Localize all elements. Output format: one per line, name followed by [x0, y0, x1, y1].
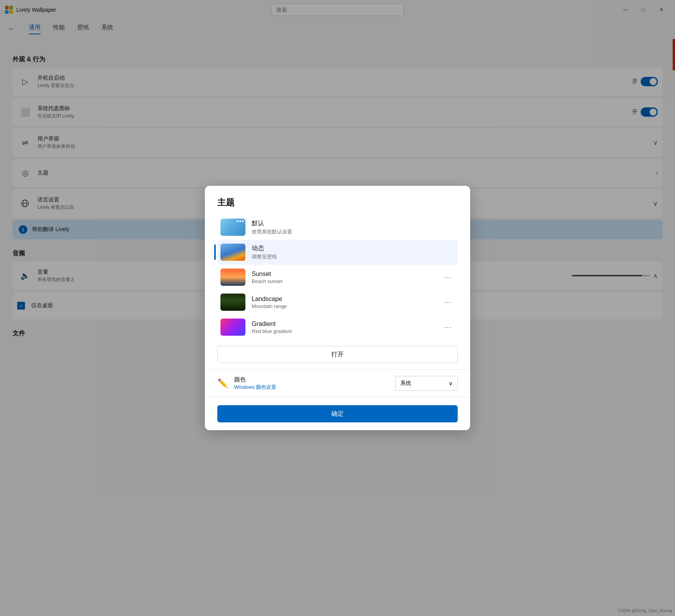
modal-body: 默认 使用系统默认设置 动态 调整至壁纸 S [205, 215, 470, 340]
theme-thumb-gradient [220, 319, 245, 336]
theme-more-gradient[interactable]: ··· [441, 322, 455, 333]
theme-name-gradient: Gradient [252, 320, 435, 328]
theme-thumb-landscape [220, 294, 245, 311]
theme-item-gradient[interactable]: Gradient Red blue gradient ··· [217, 315, 458, 340]
color-select-arrow: ∨ [449, 380, 453, 386]
color-icon: ✏️ [217, 378, 228, 388]
theme-desc-default: 使用系统默认设置 [252, 228, 455, 235]
theme-thumb-dynamic [220, 244, 245, 261]
modal-title: 主题 [217, 197, 458, 208]
theme-desc-gradient: Red blue gradient [252, 328, 435, 334]
theme-item-dynamic[interactable]: 动态 调整至壁纸 [217, 240, 458, 265]
theme-name-landscape: Landscape [252, 296, 435, 303]
color-windows-link[interactable]: Windows 颜色设置 [234, 384, 276, 390]
theme-desc-sunset: Beach sunset [252, 278, 435, 284]
theme-thumb-default [220, 219, 245, 236]
modal-overlay[interactable]: 主题 默认 使用系统默认设置 [0, 0, 675, 616]
color-select[interactable]: 系统 ∨ [395, 376, 458, 391]
theme-name-default: 默认 [252, 219, 455, 228]
modal-open-section: 打开 [205, 340, 470, 369]
confirm-button[interactable]: 确定 [217, 405, 458, 422]
modal-footer: 确定 [205, 397, 470, 430]
open-button[interactable]: 打开 [217, 346, 458, 363]
color-select-value: 系统 [400, 380, 411, 387]
theme-name-sunset: Sunset [252, 271, 435, 278]
theme-name-dynamic: 动态 [252, 244, 455, 253]
theme-item-landscape[interactable]: Landscape Mountain range ··· [217, 290, 458, 315]
modal-header: 主题 [205, 186, 470, 215]
theme-modal: 主题 默认 使用系统默认设置 [205, 186, 470, 430]
color-label: 颜色 [234, 376, 389, 383]
theme-item-sunset[interactable]: Sunset Beach sunset ··· [217, 265, 458, 290]
theme-thumb-sunset [220, 269, 245, 286]
color-section: ✏️ 颜色 Windows 颜色设置 系统 ∨ [205, 369, 470, 397]
theme-desc-landscape: Mountain range [252, 303, 435, 309]
theme-item-default[interactable]: 默认 使用系统默认设置 [217, 215, 458, 240]
theme-more-landscape[interactable]: ··· [441, 297, 455, 308]
theme-more-sunset[interactable]: ··· [441, 272, 455, 283]
theme-desc-dynamic: 调整至壁纸 [252, 253, 455, 260]
